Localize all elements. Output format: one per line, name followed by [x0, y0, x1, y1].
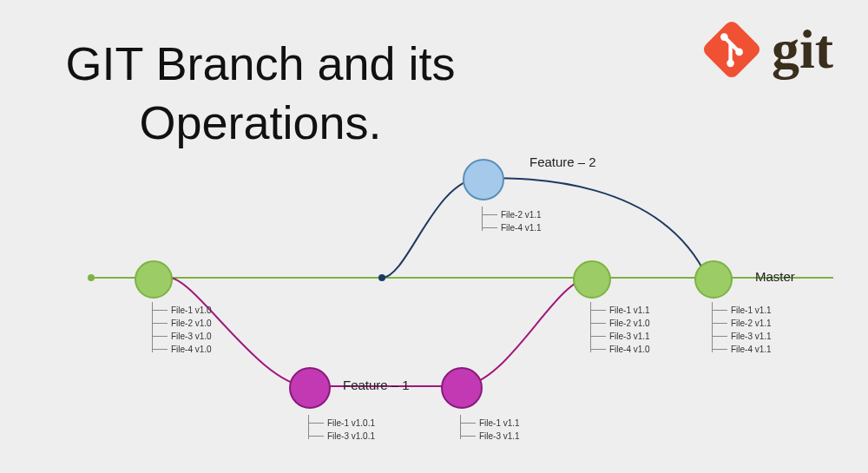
label-feature1: Feature – 1 — [343, 378, 410, 392]
files-feature2: File-2 v1.1 File-4 v1.1 — [482, 208, 542, 234]
files-master-merge-f1: File-1 v1.1 File-2 v1.0 File-3 v1.1 File… — [590, 304, 650, 356]
files-feature1-b: File-1 v1.1 File-3 v1.1 — [460, 417, 520, 443]
commit-master-1 — [135, 260, 173, 299]
commit-feature1-a — [289, 367, 331, 409]
svg-point-5 — [727, 60, 734, 68]
git-logo-text: git — [772, 17, 833, 82]
files-feature1-a: File-1 v1.0.1 File-3 v1.0.1 — [308, 417, 375, 443]
git-diamond-icon — [700, 18, 763, 81]
branch-diagram: Feature – 2 Feature – 1 Master File-1 v1… — [0, 139, 868, 473]
files-master-1: File-1 v1.0 File-2 v1.0 File-3 v1.0 File… — [152, 304, 212, 356]
git-logo: git — [700, 17, 833, 82]
svg-point-8 — [378, 274, 385, 281]
commit-feature2 — [463, 159, 504, 200]
commit-feature1-b — [441, 367, 483, 409]
label-feature2: Feature – 2 — [529, 154, 596, 169]
svg-point-7 — [88, 274, 95, 281]
commit-master-merge-f2 — [694, 260, 733, 299]
page-title: GIT Branch and its Operations. — [17, 35, 503, 152]
commit-master-merge-f1 — [573, 260, 611, 299]
label-master: Master — [755, 269, 795, 284]
svg-point-4 — [735, 49, 743, 56]
svg-point-3 — [720, 33, 728, 41]
files-master-final: File-1 v1.1 File-2 v1.1 File-3 v1.1 File… — [712, 304, 772, 356]
